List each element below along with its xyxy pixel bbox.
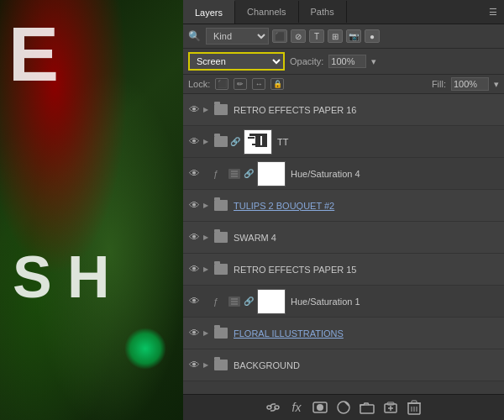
layer-name: FLORAL ILLUSTRATIONS [234,328,501,339]
expand-icon[interactable]: ▶ [203,234,212,241]
lock-bar: Lock: ⬛ ✏ ↔ 🔒 Fill: ▾ [183,75,504,94]
filter-kind-select[interactable]: Kind [206,28,269,45]
lock-paint-icon[interactable]: ✏ [234,78,247,90]
layer-row[interactable]: 👁 ▶ FLORAL ILLUSTRATIONS [183,318,504,349]
filter-smart-icon[interactable]: ⊞ [328,29,343,43]
layer-name: TT [277,137,501,147]
layer-name: Hue/Saturation 1 [291,297,501,307]
folder-icon [213,102,228,118]
layer-name: SWARM 4 [234,233,501,243]
expand-icon[interactable]: ▶ [203,329,212,337]
folder-icon [213,262,228,277]
layer-row[interactable]: 👁 ▶ BACKGROUND [183,349,504,381]
adjustment-icon: ƒ [213,297,225,307]
visibility-icon[interactable]: 👁 [186,198,202,213]
svg-rect-2 [255,134,260,147]
layer-row[interactable]: 👁 ▶ SWARM 4 [183,222,504,254]
folder-icon [213,134,228,150]
chain-icon: 🔗 [230,137,242,146]
visibility-icon[interactable]: 👁 [186,294,202,309]
layer-thumbnail [257,161,286,186]
layer-thumbnail [244,129,272,155]
expand-icon[interactable]: ▶ [203,202,212,209]
add-mask-button[interactable] [312,399,328,416]
blend-mode-select[interactable]: Screen Normal Multiply Overlay [188,52,285,71]
svg-rect-16 [275,406,279,409]
layer-row[interactable]: 👁 ƒ 🔗 Hue/Saturation 4 [183,158,504,190]
folder-icon [213,326,228,341]
filter-bar: 🔍 Kind ⬛ ⊘ T ⊞ 📷 ● [183,24,504,49]
folder-icon [213,198,228,213]
lock-all-icon[interactable]: 🔒 [270,78,284,90]
blend-mode-bar: Screen Normal Multiply Overlay Opacity: … [183,49,504,75]
tab-layers[interactable]: Layers [183,0,235,24]
layer-name: BACKGROUND [234,360,501,370]
expand-icon[interactable]: ▶ [203,138,212,145]
visibility-icon[interactable]: 👁 [186,326,202,341]
filter-dot-icon[interactable]: ● [365,29,380,43]
layer-row[interactable]: 👁 ▶ RETRO EFFECTS PAPER 15 [183,254,504,286]
new-layer-button[interactable] [382,399,399,416]
visibility-icon[interactable]: 👁 [186,230,202,245]
adjustment-icon: ƒ [213,169,225,179]
canvas-preview: E S H [0,0,183,420]
filter-camera-icon[interactable]: 📷 [346,29,361,43]
bottom-toolbar: fx [183,394,504,420]
visibility-icon[interactable]: 👁 [186,102,202,118]
opacity-label: Opacity: [290,56,323,66]
search-icon: 🔍 [188,30,201,42]
canvas-letter-s: S [13,244,52,311]
svg-rect-20 [360,405,374,413]
lock-move-icon[interactable]: ↔ [252,78,265,90]
expand-icon[interactable]: ▶ [203,265,212,273]
layers-panel: Layers Channels Paths ☰ 🔍 Kind ⬛ ⊘ T ⊞ 📷… [183,0,504,420]
opacity-input[interactable] [328,55,366,68]
layer-row[interactable]: 👁 ▶ RETRO EFFECTS PAPER 16 [183,94,504,126]
filter-circle-icon[interactable]: ⊘ [291,29,306,43]
lock-label: Lock: [188,79,210,89]
fill-arrow[interactable]: ▾ [494,79,499,90]
adjustment-layer-icon [227,166,242,181]
fx-button[interactable]: fx [288,399,305,416]
svg-rect-4 [252,144,255,145]
svg-rect-3 [248,137,255,139]
svg-rect-6 [262,134,267,147]
link-layers-button[interactable] [265,399,281,416]
svg-rect-27 [412,401,417,403]
layer-name: TULIPS 2 BOUQUET #2 [234,201,501,211]
new-group-button[interactable] [359,399,375,416]
layer-row[interactable]: 👁 ƒ 🔗 Hue/Saturation 1 [183,286,504,318]
svg-point-18 [317,404,323,411]
filter-pixel-icon[interactable]: ⬛ [272,29,287,43]
layer-row[interactable]: 👁 ▶ 🔗 TT [183,126,504,158]
fill-input[interactable] [451,77,489,91]
adjustment-layer-icon [227,294,242,309]
new-adjustment-button[interactable] [335,399,352,416]
lock-transparency-icon[interactable]: ⬛ [215,78,228,90]
fill-label: Fill: [432,79,446,89]
filter-type-icon[interactable]: T [309,29,324,43]
visibility-icon[interactable]: 👁 [186,134,202,150]
tab-channels[interactable]: Channels [235,1,298,23]
canvas-letter-e: E [8,17,59,92]
layers-list: 👁 ▶ RETRO EFFECTS PAPER 16 👁 ▶ 🔗 [183,94,504,394]
visibility-icon[interactable]: 👁 [186,262,202,277]
layer-name: Hue/Saturation 4 [291,169,501,179]
canvas-orb [124,328,166,370]
delete-layer-button[interactable] [406,399,423,416]
chain-icon: 🔗 [244,169,255,178]
visibility-icon[interactable]: 👁 [186,358,202,373]
tab-paths[interactable]: Paths [299,1,347,23]
canvas-letter-h: H [67,244,110,311]
opacity-arrow[interactable]: ▾ [371,56,376,67]
tab-bar: Layers Channels Paths ☰ [183,0,504,24]
layer-name: RETRO EFFECTS PAPER 15 [234,265,501,275]
folder-icon [213,230,228,245]
layer-thumbnail [257,289,286,314]
layer-row[interactable]: 👁 ▶ TULIPS 2 BOUQUET #2 [183,190,504,222]
chain-icon: 🔗 [244,297,255,306]
expand-icon[interactable]: ▶ [203,361,212,369]
visibility-icon[interactable]: 👁 [186,166,202,181]
expand-icon[interactable]: ▶ [203,106,212,113]
panel-menu-icon[interactable]: ☰ [482,1,504,24]
